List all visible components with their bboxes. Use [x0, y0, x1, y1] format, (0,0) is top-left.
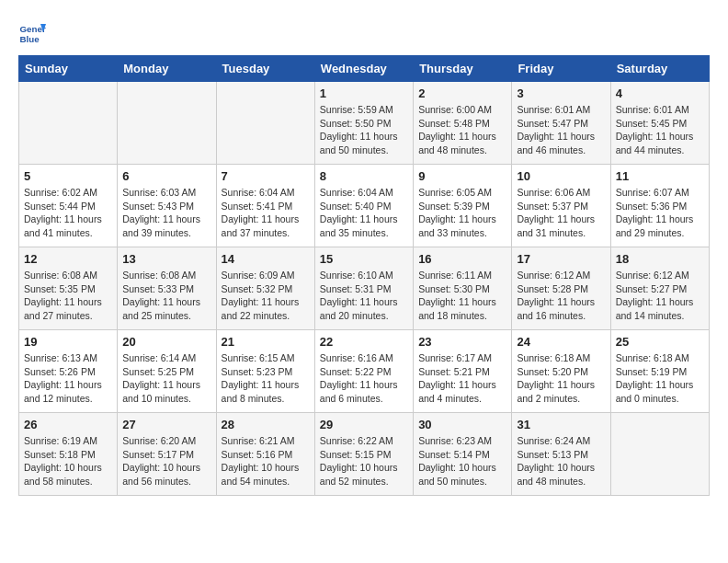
- day-info: Sunrise: 6:11 AM Sunset: 5:30 PM Dayligh…: [418, 269, 506, 323]
- calendar-cell: 7Sunrise: 6:04 AM Sunset: 5:41 PM Daylig…: [216, 165, 314, 247]
- weekday-header-wednesday: Wednesday: [314, 56, 413, 82]
- day-number: 1: [320, 86, 408, 100]
- day-info: Sunrise: 5:59 AM Sunset: 5:50 PM Dayligh…: [320, 103, 408, 157]
- day-number: 17: [517, 252, 605, 266]
- calendar-cell: 31Sunrise: 6:24 AM Sunset: 5:13 PM Dayli…: [512, 413, 610, 496]
- day-number: 15: [320, 252, 408, 266]
- day-number: 4: [616, 86, 704, 100]
- day-info: Sunrise: 6:09 AM Sunset: 5:32 PM Dayligh…: [222, 269, 310, 323]
- day-info: Sunrise: 6:01 AM Sunset: 5:45 PM Dayligh…: [616, 103, 704, 157]
- day-info: Sunrise: 6:10 AM Sunset: 5:31 PM Dayligh…: [320, 269, 408, 323]
- day-number: 25: [616, 335, 704, 349]
- day-number: 24: [517, 335, 605, 349]
- calendar-cell: 10Sunrise: 6:06 AM Sunset: 5:37 PM Dayli…: [512, 165, 610, 247]
- day-info: Sunrise: 6:12 AM Sunset: 5:28 PM Dayligh…: [517, 269, 605, 323]
- day-info: Sunrise: 6:00 AM Sunset: 5:48 PM Dayligh…: [418, 103, 506, 157]
- calendar-cell: 19Sunrise: 6:13 AM Sunset: 5:26 PM Dayli…: [19, 330, 118, 413]
- day-number: 8: [320, 169, 408, 183]
- day-number: 30: [418, 418, 506, 431]
- day-number: 13: [122, 252, 210, 266]
- calendar-cell: 22Sunrise: 6:16 AM Sunset: 5:22 PM Dayli…: [314, 330, 413, 413]
- weekday-header-row: SundayMondayTuesdayWednesdayThursdayFrid…: [19, 56, 710, 82]
- day-number: 10: [517, 169, 605, 183]
- day-info: Sunrise: 6:04 AM Sunset: 5:40 PM Dayligh…: [320, 186, 408, 240]
- calendar-cell: 14Sunrise: 6:09 AM Sunset: 5:32 PM Dayli…: [216, 247, 314, 330]
- calendar-cell: 23Sunrise: 6:17 AM Sunset: 5:21 PM Dayli…: [414, 330, 512, 413]
- day-info: Sunrise: 6:04 AM Sunset: 5:41 PM Dayligh…: [222, 186, 310, 240]
- calendar-cell: [216, 82, 314, 165]
- day-number: 19: [24, 335, 112, 349]
- day-number: 6: [122, 169, 210, 183]
- calendar-cell: 5Sunrise: 6:02 AM Sunset: 5:44 PM Daylig…: [19, 165, 118, 247]
- weekday-header-saturday: Saturday: [610, 56, 709, 82]
- day-number: 29: [320, 418, 408, 431]
- day-number: 5: [24, 169, 112, 183]
- page-header: General Blue: [18, 18, 710, 46]
- day-info: Sunrise: 6:07 AM Sunset: 5:36 PM Dayligh…: [616, 186, 704, 240]
- day-number: 26: [24, 418, 112, 431]
- calendar-table: SundayMondayTuesdayWednesdayThursdayFrid…: [18, 55, 710, 496]
- day-info: Sunrise: 6:18 AM Sunset: 5:19 PM Dayligh…: [616, 351, 704, 406]
- calendar-cell: 6Sunrise: 6:03 AM Sunset: 5:43 PM Daylig…: [118, 165, 216, 247]
- calendar-cell: 28Sunrise: 6:21 AM Sunset: 5:16 PM Dayli…: [216, 413, 314, 496]
- calendar-cell: 27Sunrise: 6:20 AM Sunset: 5:17 PM Dayli…: [118, 413, 216, 496]
- logo: General Blue: [18, 18, 46, 46]
- day-number: 18: [616, 252, 704, 266]
- calendar-cell: 29Sunrise: 6:22 AM Sunset: 5:15 PM Dayli…: [314, 413, 413, 496]
- weekday-header-tuesday: Tuesday: [216, 56, 314, 82]
- calendar-cell: 12Sunrise: 6:08 AM Sunset: 5:35 PM Dayli…: [19, 247, 118, 330]
- day-info: Sunrise: 6:22 AM Sunset: 5:15 PM Dayligh…: [320, 434, 408, 488]
- logo-icon: General Blue: [18, 18, 46, 46]
- day-info: Sunrise: 6:06 AM Sunset: 5:37 PM Dayligh…: [517, 186, 605, 240]
- calendar-cell: [19, 82, 118, 165]
- day-number: 12: [24, 252, 112, 266]
- day-info: Sunrise: 6:15 AM Sunset: 5:23 PM Dayligh…: [222, 351, 310, 406]
- calendar-week-3: 12Sunrise: 6:08 AM Sunset: 5:35 PM Dayli…: [19, 247, 710, 330]
- calendar-cell: 26Sunrise: 6:19 AM Sunset: 5:18 PM Dayli…: [19, 413, 118, 496]
- day-info: Sunrise: 6:03 AM Sunset: 5:43 PM Dayligh…: [122, 186, 210, 240]
- day-number: 27: [122, 418, 210, 431]
- calendar-week-5: 26Sunrise: 6:19 AM Sunset: 5:18 PM Dayli…: [19, 413, 710, 496]
- calendar-cell: 4Sunrise: 6:01 AM Sunset: 5:45 PM Daylig…: [610, 82, 709, 165]
- day-info: Sunrise: 6:14 AM Sunset: 5:25 PM Dayligh…: [122, 351, 210, 406]
- calendar-cell: 15Sunrise: 6:10 AM Sunset: 5:31 PM Dayli…: [314, 247, 413, 330]
- calendar-cell: 3Sunrise: 6:01 AM Sunset: 5:47 PM Daylig…: [512, 82, 610, 165]
- day-info: Sunrise: 6:08 AM Sunset: 5:35 PM Dayligh…: [24, 269, 112, 323]
- day-number: 7: [222, 169, 310, 183]
- calendar-cell: [610, 413, 709, 496]
- day-info: Sunrise: 6:21 AM Sunset: 5:16 PM Dayligh…: [222, 434, 310, 488]
- day-info: Sunrise: 6:17 AM Sunset: 5:21 PM Dayligh…: [418, 351, 506, 406]
- calendar-cell: 13Sunrise: 6:08 AM Sunset: 5:33 PM Dayli…: [118, 247, 216, 330]
- day-info: Sunrise: 6:13 AM Sunset: 5:26 PM Dayligh…: [24, 351, 112, 406]
- day-info: Sunrise: 6:08 AM Sunset: 5:33 PM Dayligh…: [122, 269, 210, 323]
- day-number: 31: [517, 418, 605, 431]
- calendar-cell: 20Sunrise: 6:14 AM Sunset: 5:25 PM Dayli…: [118, 330, 216, 413]
- day-info: Sunrise: 6:16 AM Sunset: 5:22 PM Dayligh…: [320, 351, 408, 406]
- calendar-cell: 17Sunrise: 6:12 AM Sunset: 5:28 PM Dayli…: [512, 247, 610, 330]
- calendar-week-1: 1Sunrise: 5:59 AM Sunset: 5:50 PM Daylig…: [19, 82, 710, 165]
- day-info: Sunrise: 6:18 AM Sunset: 5:20 PM Dayligh…: [517, 351, 605, 406]
- day-number: 16: [418, 252, 506, 266]
- day-number: 20: [122, 335, 210, 349]
- day-number: 3: [517, 86, 605, 100]
- calendar-week-4: 19Sunrise: 6:13 AM Sunset: 5:26 PM Dayli…: [19, 330, 710, 413]
- day-number: 11: [616, 169, 704, 183]
- calendar-cell: 11Sunrise: 6:07 AM Sunset: 5:36 PM Dayli…: [610, 165, 709, 247]
- calendar-cell: [118, 82, 216, 165]
- calendar-cell: 16Sunrise: 6:11 AM Sunset: 5:30 PM Dayli…: [414, 247, 512, 330]
- day-info: Sunrise: 6:19 AM Sunset: 5:18 PM Dayligh…: [24, 434, 112, 488]
- day-number: 9: [418, 169, 506, 183]
- calendar-cell: 9Sunrise: 6:05 AM Sunset: 5:39 PM Daylig…: [414, 165, 512, 247]
- weekday-header-thursday: Thursday: [414, 56, 512, 82]
- day-info: Sunrise: 6:02 AM Sunset: 5:44 PM Dayligh…: [24, 186, 112, 240]
- calendar-cell: 1Sunrise: 5:59 AM Sunset: 5:50 PM Daylig…: [314, 82, 413, 165]
- weekday-header-friday: Friday: [512, 56, 610, 82]
- day-number: 14: [222, 252, 310, 266]
- day-number: 28: [222, 418, 310, 431]
- day-info: Sunrise: 6:05 AM Sunset: 5:39 PM Dayligh…: [418, 186, 506, 240]
- day-number: 23: [418, 335, 506, 349]
- day-info: Sunrise: 6:24 AM Sunset: 5:13 PM Dayligh…: [517, 434, 605, 488]
- calendar-cell: 18Sunrise: 6:12 AM Sunset: 5:27 PM Dayli…: [610, 247, 709, 330]
- day-info: Sunrise: 6:12 AM Sunset: 5:27 PM Dayligh…: [616, 269, 704, 323]
- weekday-header-sunday: Sunday: [19, 56, 118, 82]
